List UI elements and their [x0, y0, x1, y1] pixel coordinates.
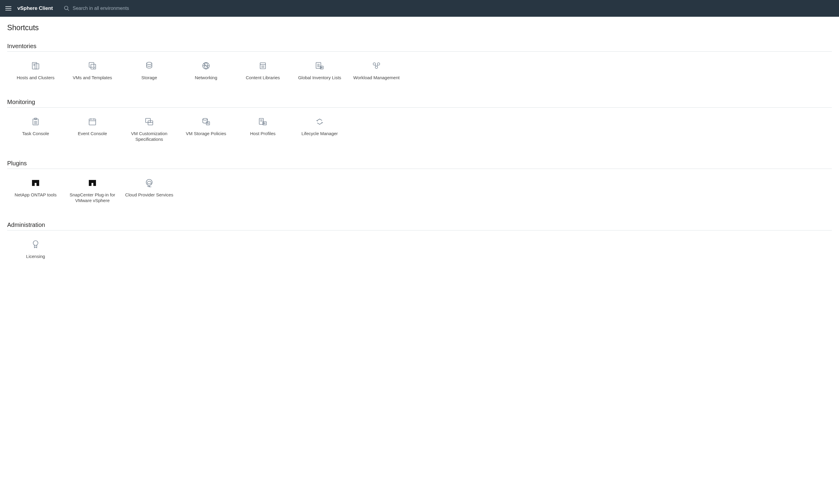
cloud-provider-icon [123, 178, 175, 188]
shortcut-networking[interactable]: Networking [178, 59, 234, 83]
svg-line-1 [68, 9, 69, 11]
shortcut-vm-customization[interactable]: VM Customization Specifications [121, 115, 178, 144]
svg-rect-7 [91, 64, 96, 69]
shortcut-label: Hosts and Clusters [10, 75, 61, 81]
shortcut-label: Global Inventory Lists [293, 75, 346, 81]
page-content: Shortcuts Inventories Hosts and Clusters… [0, 17, 839, 301]
svg-rect-57 [91, 180, 94, 183]
shortcut-content-libraries[interactable]: Content Libraries [234, 59, 291, 83]
svg-rect-56 [93, 180, 96, 186]
administration-row: Licensing [7, 238, 832, 261]
section-divider [7, 168, 832, 169]
section-title-monitoring: Monitoring [7, 98, 832, 106]
shortcut-label: Workload Management [351, 75, 403, 81]
shortcut-vms-templates[interactable]: VMs and Templates [64, 59, 121, 83]
storage-icon [123, 61, 175, 71]
vm-storage-policies-icon [180, 116, 232, 127]
svg-point-42 [203, 119, 208, 120]
shortcut-lifecycle-manager[interactable]: Lifecycle Manager [291, 115, 348, 144]
section-divider [7, 107, 832, 108]
shortcut-label: Task Console [10, 131, 61, 137]
section-plugins: Plugins NetApp ONTAP tools SnapCenter Pl… [7, 160, 832, 205]
section-monitoring: Monitoring Task Console Event Console VM [7, 98, 832, 144]
svg-rect-53 [36, 180, 39, 186]
search-input[interactable] [73, 6, 168, 11]
global-inventory-icon [293, 61, 346, 71]
svg-line-25 [375, 65, 376, 66]
content-libraries-icon [237, 61, 289, 71]
section-divider [7, 51, 832, 52]
shortcut-cloud-provider[interactable]: Cloud Provider Services [121, 176, 178, 205]
netapp-icon [10, 178, 61, 188]
shortcut-event-console[interactable]: Event Console [64, 115, 121, 144]
shortcut-label: Networking [180, 75, 232, 81]
svg-rect-11 [260, 63, 266, 69]
svg-point-59 [33, 241, 38, 246]
section-administration: Administration Licensing [7, 221, 832, 261]
shortcut-label: Cloud Provider Services [123, 192, 175, 198]
svg-point-0 [65, 6, 68, 10]
section-divider [7, 230, 832, 231]
section-title-inventories: Inventories [7, 43, 832, 50]
shortcut-label: Storage [123, 75, 175, 81]
shortcut-workload-management[interactable]: Workload Management [348, 59, 405, 83]
shortcut-licensing[interactable]: Licensing [7, 238, 64, 261]
app-header: vSphere Client [0, 0, 839, 17]
shortcut-snapcenter[interactable]: SnapCenter Plug-in for VMware vSphere [64, 176, 121, 205]
shortcut-global-inventory[interactable]: Global Inventory Lists [291, 59, 348, 83]
plugins-row: NetApp ONTAP tools SnapCenter Plug-in fo… [7, 176, 832, 205]
svg-point-24 [375, 66, 378, 69]
task-console-icon [10, 116, 61, 127]
shortcut-label: Content Libraries [237, 75, 289, 81]
search-icon [64, 5, 70, 11]
networking-icon [180, 61, 232, 71]
shortcut-task-console[interactable]: Task Console [7, 115, 64, 144]
shortcut-vm-storage-policies[interactable]: VM Storage Policies [178, 115, 234, 144]
snapcenter-icon [66, 178, 119, 188]
svg-rect-55 [89, 180, 91, 186]
shortcut-label: VM Customization Specifications [123, 131, 175, 142]
section-title-plugins: Plugins [7, 160, 832, 167]
vm-customization-icon [123, 116, 175, 127]
event-console-icon [66, 116, 119, 127]
licensing-icon [10, 239, 61, 250]
shortcut-label: Event Console [66, 131, 119, 137]
svg-rect-32 [89, 119, 96, 125]
shortcut-storage[interactable]: Storage [121, 59, 178, 83]
shortcut-label: SnapCenter Plug-in for VMware vSphere [66, 192, 119, 203]
page-title: Shortcuts [7, 23, 832, 32]
shortcut-netapp-ontap[interactable]: NetApp ONTAP tools [7, 176, 64, 205]
svg-rect-43 [206, 122, 210, 125]
menu-icon[interactable] [5, 6, 11, 11]
section-title-administration: Administration [7, 221, 832, 228]
svg-point-8 [146, 62, 152, 65]
shortcut-label: VMs and Templates [66, 75, 119, 81]
svg-rect-6 [89, 62, 94, 67]
svg-rect-27 [33, 119, 38, 125]
svg-rect-52 [32, 180, 35, 186]
global-search[interactable] [64, 5, 168, 11]
shortcut-label: Licensing [10, 254, 61, 259]
monitoring-row: Task Console Event Console VM Customizat… [7, 115, 832, 144]
svg-line-26 [377, 65, 378, 66]
section-inventories: Inventories Hosts and Clusters VMs and T… [7, 43, 832, 83]
host-profiles-icon [237, 116, 289, 127]
shortcut-label: NetApp ONTAP tools [10, 192, 61, 198]
lifecycle-manager-icon [293, 116, 346, 127]
shortcut-host-profiles[interactable]: Host Profiles [234, 115, 291, 144]
shortcut-label: Host Profiles [237, 131, 289, 137]
shortcut-label: VM Storage Policies [180, 131, 232, 137]
vms-templates-icon [66, 61, 119, 71]
shortcut-hosts-clusters[interactable]: Hosts and Clusters [7, 59, 64, 83]
shortcut-label: Lifecycle Manager [293, 131, 346, 137]
hosts-clusters-icon [10, 61, 61, 71]
app-title: vSphere Client [17, 5, 53, 11]
inventories-row: Hosts and Clusters VMs and Templates Sto… [7, 59, 832, 83]
workload-management-icon [351, 61, 403, 71]
svg-rect-54 [34, 180, 37, 183]
